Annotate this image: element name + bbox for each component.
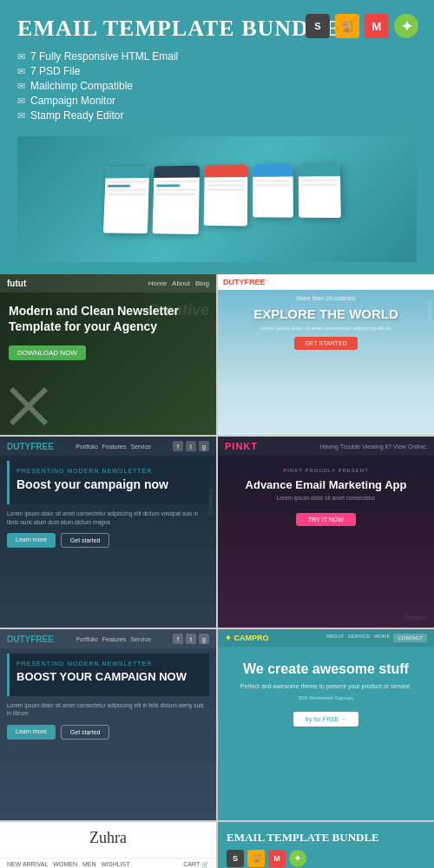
nav-about: About (172, 279, 190, 287)
nav-home: Home (148, 279, 167, 287)
x-decoration (7, 385, 50, 428)
feature-item: Mailchimp Compatible (17, 80, 417, 92)
gmail-icon: M (365, 14, 389, 38)
df2-subtitle: PRESENTING MODERN NEWSLETTER (16, 661, 202, 667)
explore-desc: Lorem ipsum dolor sit amet consectetur a… (218, 325, 434, 337)
facebook-icon: f (173, 441, 183, 451)
twitter-icon: t (186, 441, 196, 451)
zuhra-topnav: NEW ARRIVAL WOMEN MEN WISHLIST CART 🛒 (0, 858, 216, 868)
explore-title: EXPLORE THE WORLD (218, 303, 434, 325)
modern-download-btn[interactable]: DOWNLOAD NOW (9, 345, 86, 360)
modern-watermark: Creative (148, 301, 209, 319)
feature-item: Stamp Ready Editor (17, 109, 417, 122)
df2-social: f t g (173, 634, 209, 644)
creative-watermark: Creative (426, 300, 432, 325)
view-online-text: view online (398, 281, 424, 286)
df-boost-title: Boost your campaign now (16, 477, 202, 492)
template-grid: futut Home About Blog Creative Modern an… (0, 274, 434, 868)
campro-nav-links: ABOUT SERVICE WORK CONTACT (326, 634, 427, 642)
bundle-splash-icon: ✦ (289, 850, 306, 867)
pinkt-nav: PINKT Having Trouble Viewing it? View On… (218, 437, 434, 456)
pinkt-watermark: Creative (404, 615, 427, 621)
dutyfree-nav: DUTYFREE Portfolio Features Service f t … (0, 437, 216, 456)
zuhra-header: Zuhra (0, 822, 216, 858)
df-brand: DUTYFREE (7, 442, 54, 451)
campro-desc: Perfect and awesome theme to present you… (228, 682, 424, 692)
df-body: Lorem ipsum dolor sit amet consectetur a… (0, 510, 216, 556)
explore-brand-free: FREE (245, 278, 266, 286)
zuhra-cart: CART 🛒 (183, 861, 209, 868)
campro-signups: 50K Worldwide Signups (228, 695, 424, 700)
header-preview (0, 136, 434, 274)
zuhra-nav: NEW ARRIVAL WOMEN MEN WISHLIST (7, 861, 130, 868)
mockup-card-3 (204, 165, 248, 226)
campro-nav: ✦ CAMPRO ABOUT SERVICE WORK CONTACT (218, 629, 434, 647)
campro-contact-btn[interactable]: CONTACT (393, 634, 427, 642)
creative-wm-3: Creative (207, 489, 214, 516)
zuhra-brand: Zuhra (7, 829, 209, 847)
pinkt-view-online: Having Trouble Viewing it? View Online. (319, 444, 427, 450)
pinkt-sub: PINKT PROUDLY PRESENT (227, 468, 425, 473)
df-get-started-btn[interactable]: Get started (61, 533, 110, 548)
pinkt-body: PINKT PROUDLY PRESENT Advance Email Mark… (218, 456, 434, 538)
df2-twitter-icon: t (186, 634, 196, 644)
cell-campro: ✦ CAMPRO ABOUT SERVICE WORK CONTACT We c… (218, 629, 434, 820)
cell-modern-newsletter: futut Home About Blog Creative Modern an… (0, 274, 216, 435)
cell-explore-world: DUTYFREE #issue001 view online More than… (218, 274, 434, 435)
mockup-card-4 (253, 164, 293, 217)
splash-icon: ✦ (394, 14, 418, 38)
df-social: f t g (173, 441, 209, 451)
df2-social-g: g (199, 634, 209, 644)
df2-buttons: Learn more Get started (7, 725, 209, 740)
cell-dutyfree-2: DUTYFREE Portfolio Features Service f t … (0, 629, 216, 820)
pinkt-title: Advance Email Marketing App (227, 478, 425, 491)
modern-body: Creative Modern and Clean Newsletter Tem… (0, 293, 216, 371)
campro-body: We create awesome stuff Perfect and awes… (218, 647, 434, 740)
feature-item: 7 Fully Responsive HTML Email (17, 50, 417, 62)
modern-nav-links: Home About Blog (148, 279, 209, 287)
feature-list: 7 Fully Responsive HTML Email 7 PSD File… (17, 50, 417, 122)
pinkt-try-btn[interactable]: TRY IT NOW (296, 513, 356, 526)
df-presenting-text: PRESENTING MODERN NEWSLETTER (16, 468, 202, 474)
df-desc: Lorem ipsum dolor sit amet consectetur a… (7, 510, 209, 527)
mailchimp-icon: 🐒 (335, 14, 359, 38)
mockup-card-1 (103, 166, 149, 233)
df2-brand: DUTYFREE (7, 635, 54, 644)
df-nav-links: Portfolio Features Service (76, 444, 151, 450)
zuhra-nav-women: WOMEN (53, 861, 77, 868)
get-started-btn[interactable]: GET STARTED (294, 337, 357, 350)
header-section: Email Template Bundle S 🐒 M ✦ 7 Fully Re… (0, 0, 434, 136)
cell-pinkt: PINKT Having Trouble Viewing it? View On… (218, 437, 434, 628)
header-icons: S 🐒 M ✦ (306, 14, 418, 38)
df2-learn-more-btn[interactable]: Learn more (7, 725, 56, 740)
bundle-gmail-icon: M (268, 850, 286, 867)
bundle-title: Email Template Bundle (227, 831, 425, 845)
campro-title: We create awesome stuff (228, 661, 424, 677)
feature-item: Campaign Monitor (17, 95, 417, 107)
issue-badge: #issue001 view online (366, 279, 429, 286)
campro-try-btn[interactable]: try for FREE → (293, 712, 358, 727)
explore-subtitle: More than 28 contries (218, 290, 434, 303)
df-learn-more-btn[interactable]: Learn more (7, 533, 56, 548)
campro-brand: ✦ CAMPRO (225, 634, 269, 642)
bundle-icons: S 🐒 M ✦ (227, 850, 425, 867)
explore-brand-duty: DUTY (223, 278, 245, 286)
social-icon-3: g (199, 441, 209, 451)
df2-title: BOOST YOUR CAMPAIGN NOW (16, 670, 202, 684)
df2-desc: Lorem ipsum dolor sit amet consectetur a… (7, 701, 209, 719)
bundle-stamp-icon: S (227, 850, 244, 867)
dutyfree2-nav: DUTYFREE Portfolio Features Service f t … (0, 629, 216, 648)
df-buttons: Learn more Get started (7, 533, 209, 548)
zuhra-nav-arrival: NEW ARRIVAL (7, 861, 48, 868)
zuhra-nav-wishlist: WISHLIST (102, 861, 130, 868)
cell-zuhra: Zuhra NEW ARRIVAL WOMEN MEN WISHLIST CAR… (0, 822, 216, 868)
df2-facebook-icon: f (173, 634, 183, 644)
modern-nav: futut Home About Blog (0, 274, 216, 293)
stamp-icon: S (306, 14, 330, 38)
df2-nav-links: Portfolio Features Service (76, 636, 151, 642)
df2-get-started-btn[interactable]: Get started (61, 725, 110, 740)
mockup-card-5 (299, 163, 341, 217)
feature-item: 7 PSD File (17, 65, 417, 77)
preview-mockup (17, 136, 417, 262)
explore-nav: DUTYFREE #issue001 view online (218, 274, 434, 290)
